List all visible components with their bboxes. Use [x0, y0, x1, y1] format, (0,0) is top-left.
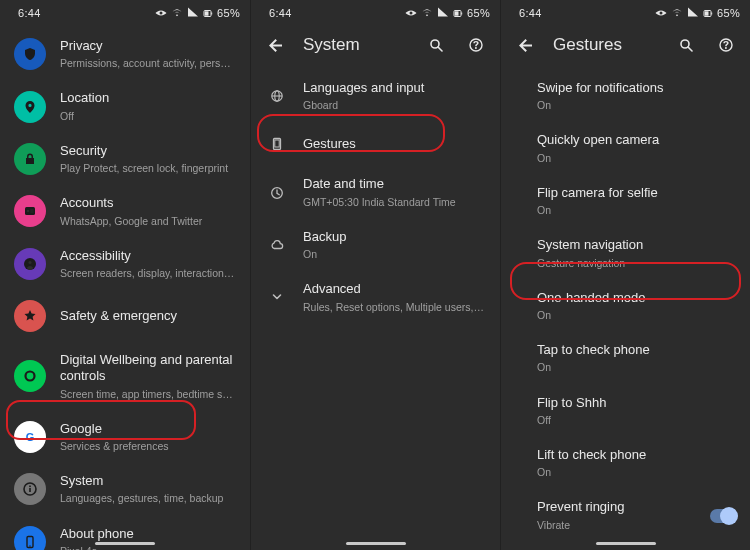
shield-icon [14, 38, 46, 70]
badge-icon [14, 195, 46, 227]
item-subtitle: Off [537, 413, 736, 427]
battery-icon [703, 8, 713, 19]
item-title: Digital Wellbeing and parental controls [60, 352, 236, 385]
status-time: 6:44 [18, 7, 41, 19]
status-icons: 65% [655, 7, 740, 19]
item-title: Languages and input [303, 80, 486, 96]
item-subtitle: On [537, 151, 736, 165]
system-item-advanced[interactable]: AdvancedRules, Reset options, Multiple u… [251, 271, 500, 323]
status-battery: 65% [467, 7, 490, 19]
settings-item-security[interactable]: SecurityPlay Protect, screen lock, finge… [0, 133, 250, 185]
item-subtitle: On [537, 465, 736, 479]
cloud-icon [265, 233, 289, 257]
settings-item-location[interactable]: LocationOff [0, 80, 250, 132]
lock-icon [14, 143, 46, 175]
item-subtitle: Languages, gestures, time, backup [60, 491, 236, 505]
item-title: Location [60, 90, 236, 106]
gesture-item-prevent-ring[interactable]: Prevent ringingVibrate [501, 489, 750, 541]
item-title: Flip camera for selfie [537, 185, 736, 201]
item-title: Flip to Shhh [537, 395, 736, 411]
settings-item-accounts[interactable]: AccountsWhatsApp, Google and Twitter [0, 185, 250, 237]
system-item-backup[interactable]: BackupOn [251, 219, 500, 271]
settings-item-safety[interactable]: Safety & emergency [0, 290, 250, 342]
help-button[interactable] [714, 33, 738, 57]
g-icon [14, 421, 46, 453]
item-subtitle: On [303, 247, 486, 261]
item-title: Google [60, 421, 236, 437]
page-title: System [303, 35, 408, 55]
item-subtitle: On [537, 203, 736, 217]
item-subtitle: Screen time, app timers, bedtime schedul… [60, 387, 236, 401]
eye-icon [405, 7, 417, 19]
item-subtitle: Vibrate [537, 518, 696, 532]
page-title: Gestures [553, 35, 658, 55]
gesture-item-one-hand[interactable]: One-handed modeOn [501, 280, 750, 332]
nav-pill[interactable] [95, 542, 155, 545]
item-subtitle: Play Protect, screen lock, fingerprint [60, 161, 236, 175]
gesture-item-quick-camera[interactable]: Quickly open cameraOn [501, 122, 750, 174]
star-icon [14, 300, 46, 332]
ring-icon [14, 360, 46, 392]
item-title: Security [60, 143, 236, 159]
pin-icon [14, 91, 46, 123]
settings-main-panel: 6:44 65% PrivacyPermissions, account act… [0, 0, 250, 550]
item-title: Date and time [303, 176, 486, 192]
system-item-gestures[interactable]: Gestures [251, 122, 500, 166]
item-subtitle: WhatsApp, Google and Twitter [60, 214, 236, 228]
item-subtitle: Screen readers, display, interaction con… [60, 266, 236, 280]
gesture-item-flip-shhh[interactable]: Flip to ShhhOff [501, 385, 750, 437]
status-battery: 65% [717, 7, 740, 19]
item-subtitle: Services & preferences [60, 439, 236, 453]
item-subtitle: GMT+05:30 India Standard Time [303, 195, 486, 209]
settings-item-system[interactable]: SystemLanguages, gestures, time, backup [0, 463, 250, 515]
battery-icon [453, 8, 463, 19]
clock-icon [265, 181, 289, 205]
item-title: Advanced [303, 281, 486, 297]
nav-pill[interactable] [346, 542, 406, 545]
nav-pill[interactable] [596, 542, 656, 545]
status-bar: 6:44 65% [251, 0, 500, 24]
toggle-switch[interactable] [710, 509, 736, 523]
settings-list: PrivacyPermissions, account activity, pe… [0, 24, 250, 550]
item-title: System [60, 473, 236, 489]
settings-item-wellbeing[interactable]: Digital Wellbeing and parental controlsS… [0, 342, 250, 411]
appbar: System [251, 24, 500, 66]
status-battery: 65% [217, 7, 240, 19]
item-title: Safety & emergency [60, 308, 236, 324]
gesture-item-swipe-notif[interactable]: Swipe for notificationsOn [501, 70, 750, 122]
search-button[interactable] [424, 33, 448, 57]
item-title: Quickly open camera [537, 132, 736, 148]
item-subtitle: Permissions, account activity, personal … [60, 56, 236, 70]
signal-icon [437, 7, 449, 19]
chevron-icon [265, 285, 289, 309]
system-panel: 6:44 65% System Languages and inputGboar… [250, 0, 500, 550]
back-button[interactable] [263, 33, 287, 57]
gesture-item-lift-check[interactable]: Lift to check phoneOn [501, 437, 750, 489]
eye-icon [155, 7, 167, 19]
gesture-item-tap-check[interactable]: Tap to check phoneOn [501, 332, 750, 384]
item-title: System navigation [537, 237, 736, 253]
system-item-datetime[interactable]: Date and timeGMT+05:30 India Standard Ti… [251, 166, 500, 218]
item-title: Swipe for notifications [537, 80, 736, 96]
gesture-item-sys-nav[interactable]: System navigationGesture navigation [501, 227, 750, 279]
item-title: Prevent ringing [537, 499, 696, 515]
back-button[interactable] [513, 33, 537, 57]
gesture-item-flip-selfie[interactable]: Flip camera for selfieOn [501, 175, 750, 227]
settings-item-accessibility[interactable]: AccessibilityScreen readers, display, in… [0, 238, 250, 290]
signal-icon [687, 7, 699, 19]
status-icons: 65% [405, 7, 490, 19]
status-time: 6:44 [269, 7, 292, 19]
help-button[interactable] [464, 33, 488, 57]
wifi-icon [671, 7, 683, 19]
search-button[interactable] [674, 33, 698, 57]
eye-icon [655, 7, 667, 19]
system-item-languages[interactable]: Languages and inputGboard [251, 70, 500, 122]
gestures-list: Swipe for notificationsOnQuickly open ca… [501, 66, 750, 550]
item-title: Tap to check phone [537, 342, 736, 358]
item-subtitle: On [537, 98, 736, 112]
signal-icon [187, 7, 199, 19]
settings-item-privacy[interactable]: PrivacyPermissions, account activity, pe… [0, 28, 250, 80]
item-title: Accounts [60, 195, 236, 211]
status-time: 6:44 [519, 7, 542, 19]
settings-item-google[interactable]: GoogleServices & preferences [0, 411, 250, 463]
